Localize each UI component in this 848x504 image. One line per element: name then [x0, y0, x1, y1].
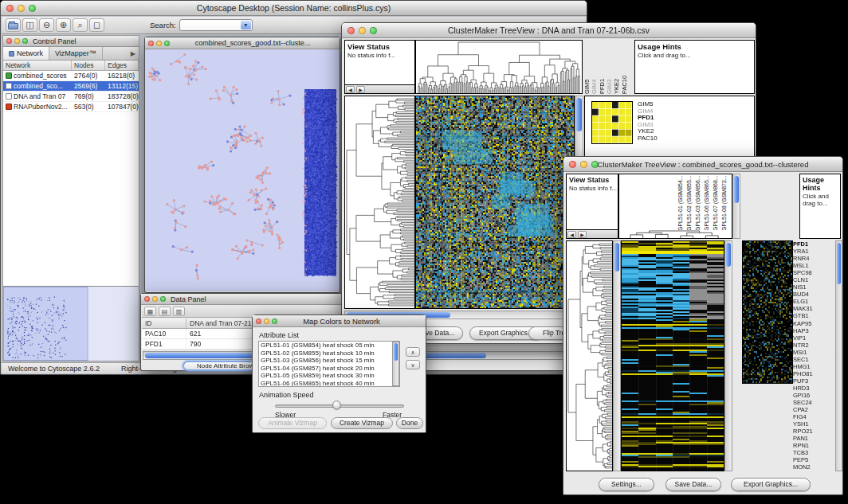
gene-label[interactable]: HAP3 — [793, 327, 834, 334]
gene-label[interactable]: NIS1 — [793, 283, 834, 291]
gene-label[interactable]: MSI1 — [793, 349, 834, 356]
gene-label[interactable]: YRA1 — [793, 248, 834, 255]
heatmap-vscrollbar[interactable] — [724, 240, 732, 471]
attribute-item[interactable]: GPL51-01 (GSM854) heat shock 05 min — [259, 342, 392, 350]
settings-button[interactable]: Settings... — [599, 478, 654, 491]
scroll-thumb[interactable] — [837, 243, 841, 284]
list-vscrollbar[interactable] — [392, 342, 399, 386]
matrix-column-label[interactable]: YKE2 — [613, 40, 620, 94]
scroll-left-icon[interactable]: ◀ — [346, 86, 355, 93]
import-network-icon[interactable]: ◫ — [22, 18, 37, 32]
gene-label[interactable]: SEC24 — [793, 399, 834, 406]
matrix-column-label[interactable]: GIM3 — [606, 40, 613, 94]
view-status-scrollbar[interactable]: ◀ ▶ — [567, 229, 618, 238]
network-row[interactable]: DNA and Tran 07769(0)183728(0) — [3, 92, 139, 102]
attribute-item[interactable]: GPL51-05 (GSM859) heat shock 30 min — [259, 372, 392, 380]
zoom-in-icon[interactable]: ⊕ — [56, 18, 71, 32]
create-vizmap-button[interactable]: Create Vizmap — [331, 417, 393, 429]
float-icon[interactable] — [160, 296, 166, 302]
gene-label[interactable]: PHO81 — [793, 370, 834, 377]
attribute-item[interactable]: GPL51-03 (GSM856) heat shock 15 min — [259, 357, 392, 365]
close-icon[interactable] — [256, 318, 261, 324]
dialog-titlebar[interactable]: Map Colors to Network — [253, 315, 426, 327]
close-icon[interactable] — [148, 41, 154, 46]
gene-label[interactable]: TCB3 — [793, 449, 834, 456]
gene-label[interactable]: MAK31 — [793, 305, 834, 312]
zoom-fit-icon[interactable]: ◻ — [89, 18, 104, 32]
gene-label[interactable]: KAP95 — [793, 320, 834, 327]
gene-label[interactable]: PAN1 — [793, 435, 834, 442]
gene-label[interactable]: RPN1 — [793, 442, 834, 449]
gene-label[interactable]: GTB1 — [793, 312, 834, 319]
gene-label[interactable]: PFD1 — [793, 240, 834, 248]
gene-label[interactable]: GPI16 — [793, 392, 834, 399]
gene-label[interactable]: PUF3 — [793, 377, 834, 385]
network-row[interactable]: combined_scores2764(0)16218(0) — [3, 71, 139, 81]
panel-minimize-icon[interactable] — [14, 38, 20, 44]
gene-label[interactable]: RPO21 — [793, 428, 834, 435]
network-row[interactable]: combined_sco...2569(6)13112(15) — [3, 81, 139, 92]
close-icon[interactable] — [6, 5, 14, 12]
scroll-thumb[interactable] — [576, 98, 582, 131]
attribute-item[interactable]: GPL51-02 (GSM855) heat shock 10 min — [259, 350, 392, 357]
column-label[interactable]: GPL51-07 (GSM868... — [712, 175, 720, 231]
scroll-thumb[interactable] — [394, 343, 398, 361]
scroll-right-icon[interactable]: ▶ — [578, 231, 587, 238]
heatmap[interactable] — [622, 241, 724, 471]
done-button[interactable]: Done — [396, 417, 423, 429]
column-dendrogram[interactable] — [622, 230, 726, 238]
dendrogram-vscrollbar[interactable] — [613, 240, 621, 471]
column-dendrogram[interactable] — [416, 41, 582, 93]
close-icon[interactable] — [144, 296, 150, 302]
heatmap[interactable] — [416, 96, 574, 308]
gene-label[interactable]: ELG1 — [793, 298, 834, 305]
gene-label[interactable]: SPC98 — [793, 269, 834, 276]
network-canvas[interactable] — [145, 49, 340, 291]
treeview-dna-titlebar[interactable]: ClusterMaker TreeView : DNA and Tran 07-… — [342, 23, 756, 38]
row-dendrogram[interactable] — [567, 241, 612, 471]
tab-overflow-icon[interactable]: ▶ — [131, 50, 135, 57]
create-attribute-icon[interactable]: ▤ — [159, 307, 171, 316]
thumbnail-heatmap[interactable] — [742, 240, 793, 384]
gene-label[interactable]: BUD4 — [793, 291, 834, 298]
matrix-column-label[interactable]: GIM4 — [591, 40, 598, 94]
move-down-button[interactable]: ∨ — [406, 360, 420, 369]
zoom-selected-icon[interactable]: ⌕ — [73, 18, 88, 32]
gene-label[interactable]: CPA2 — [793, 406, 834, 413]
birdseye-view[interactable] — [3, 286, 139, 361]
scroll-left-icon[interactable]: ◀ — [567, 231, 576, 238]
gene-label[interactable]: PEP5 — [793, 456, 834, 463]
gene-label[interactable]: FIG4 — [793, 413, 834, 420]
minimize-icon[interactable] — [152, 296, 158, 302]
matrix-column-label[interactable]: PFD1 — [599, 40, 606, 94]
column-label[interactable]: GPL51-02 (GSM855... — [685, 175, 694, 231]
scroll-thumb[interactable] — [614, 243, 619, 272]
gene-label[interactable]: VIP1 — [793, 334, 834, 342]
zoom-out-icon[interactable]: ⊖ — [39, 18, 54, 32]
column-label[interactable]: GPL51-01 (GSM854... — [677, 175, 685, 231]
view-status-scrollbar[interactable]: ◀ ▶ — [345, 84, 414, 93]
network-view-titlebar[interactable]: combined_scores_good.txt--cluste... — [145, 37, 340, 49]
gene-label[interactable]: MSL1 — [793, 262, 834, 269]
panel-float-icon[interactable] — [22, 38, 28, 44]
header-vscrollbar[interactable] — [732, 174, 740, 239]
matrix-column-label[interactable]: PAC10 — [621, 40, 628, 94]
attribute-item[interactable]: GPL51-04 (GSM857) heat shock 20 min — [259, 365, 392, 373]
tab-vizmapper[interactable]: VizMapper™ — [49, 47, 103, 60]
panel-close-icon[interactable] — [6, 38, 12, 44]
gene-label[interactable]: HMG1 — [793, 363, 834, 370]
gene-label[interactable]: SEC1 — [793, 356, 834, 363]
gene-label[interactable]: RNR4 — [793, 255, 834, 262]
search-input[interactable]: ▾ — [179, 19, 253, 31]
combo-arrow-icon[interactable]: ▾ — [241, 21, 251, 29]
select-attributes-icon[interactable]: ▦ — [144, 307, 156, 316]
minimize-icon[interactable] — [156, 41, 162, 46]
move-up-button[interactable]: ∧ — [406, 347, 420, 357]
gene-label[interactable]: CLN1 — [793, 276, 834, 283]
row-dendrogram[interactable] — [345, 96, 414, 308]
matrix-column-label[interactable]: GIM5 — [583, 40, 591, 94]
gene-label[interactable]: NTR2 — [793, 342, 834, 349]
delete-attribute-icon[interactable]: ▥ — [173, 307, 185, 316]
correlation-matrix[interactable] — [591, 101, 633, 144]
slider-thumb[interactable] — [332, 400, 341, 409]
